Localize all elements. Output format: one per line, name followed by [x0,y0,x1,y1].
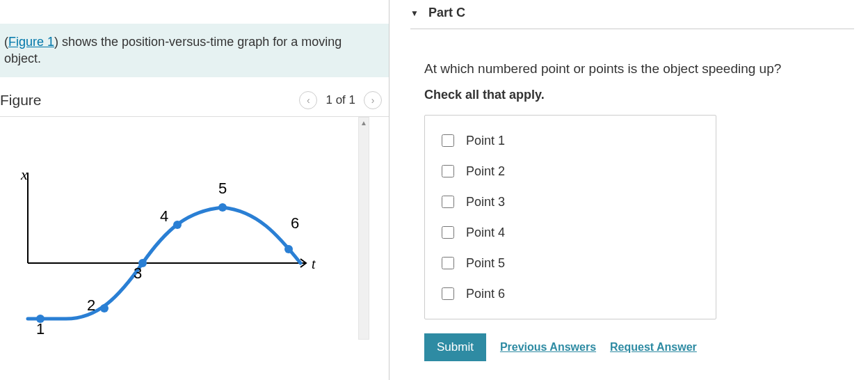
point-label-6: 6 [291,214,299,232]
figure-title: Figure [0,92,42,109]
chevron-left-icon: ‹ [307,95,310,106]
option-label: Point 1 [466,134,505,148]
part-header[interactable]: ▼ Part C [410,0,854,29]
option-label: Point 2 [466,164,505,179]
left-pane: (Figure 1) shows the position-versus-tim… [0,0,389,380]
option-point-3[interactable]: Point 3 [439,187,702,217]
problem-text: ) shows the position-versus-time graph f… [4,35,341,65]
option-point-5[interactable]: Point 5 [439,248,702,278]
option-label: Point 5 [466,256,505,271]
svg-point-6 [218,203,227,212]
request-answer-link[interactable]: Request Answer [610,341,697,354]
point-label-1: 1 [36,320,45,338]
checkbox-point-5[interactable] [442,257,454,269]
action-row: Submit Previous Answers Request Answer [424,333,854,361]
x-axis-label: t [312,256,316,271]
option-point-2[interactable]: Point 2 [439,156,702,187]
scroll-up-icon: ▲ [359,118,369,129]
point-label-5: 5 [218,180,227,197]
option-label: Point 4 [466,225,505,240]
caret-down-icon: ▼ [410,8,419,18]
instruction-text: Check all that apply. [424,88,854,102]
option-label: Point 3 [466,195,505,209]
point-label-4: 4 [160,207,168,225]
option-label: Point 6 [466,287,505,301]
point-label-3: 3 [134,264,142,282]
problem-statement: (Figure 1) shows the position-versus-tim… [0,24,389,77]
point-label-2: 2 [87,296,95,314]
right-pane: ▼ Part C At which numbered point or poin… [389,0,868,380]
figure-link[interactable]: Figure 1 [8,35,54,49]
checkbox-point-1[interactable] [442,134,454,147]
question-text: At which numbered point or points is the… [424,61,854,77]
checkbox-point-2[interactable] [442,165,454,177]
figure-nav: ‹ 1 of 1 › [299,91,382,109]
position-time-graph: x t 1 2 3 4 5 6 [0,159,327,340]
checkbox-point-3[interactable] [442,196,454,208]
checkbox-point-6[interactable] [442,287,454,300]
svg-point-5 [173,221,182,229]
option-point-6[interactable]: Point 6 [439,278,702,309]
svg-point-3 [100,304,108,312]
figure-next-button[interactable]: › [364,91,382,109]
previous-answers-link[interactable]: Previous Answers [500,341,596,354]
figure-header: Figure ‹ 1 of 1 › [0,77,389,117]
option-point-4[interactable]: Point 4 [439,217,702,248]
chevron-right-icon: › [371,95,375,106]
option-point-1[interactable]: Point 1 [439,125,702,156]
submit-button[interactable]: Submit [424,333,486,361]
svg-point-7 [284,245,293,253]
figure-prev-button[interactable]: ‹ [299,91,317,109]
part-title: Part C [428,6,465,20]
options-box: Point 1 Point 2 Point 3 Point 4 Point 5 … [424,115,716,319]
y-axis-label: x [20,166,28,183]
figure-scrollbar[interactable]: ▲ [358,117,369,340]
figure-counter: 1 of 1 [323,93,358,107]
figure-body: ▲ x t 1 2 3 4 5 6 [0,117,389,347]
checkbox-point-4[interactable] [442,226,454,239]
